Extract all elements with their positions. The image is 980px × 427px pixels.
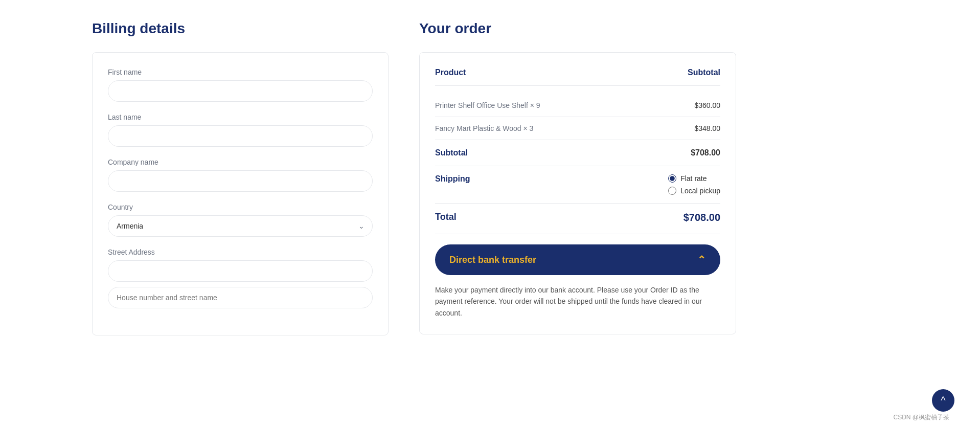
shipping-row: Shipping Flat rate Local pickup [435,166,720,204]
direct-bank-transfer-button[interactable]: Direct bank transfer ⌃ [435,244,720,275]
subtotal-row: Subtotal $708.00 [435,140,720,166]
flat-rate-label: Flat rate [680,174,706,183]
subtotal-column-header: Subtotal [688,68,720,77]
company-name-group: Company name [108,158,373,192]
company-name-label: Company name [108,158,373,166]
chevron-up-icon: ⌃ [697,254,706,266]
street-address-label: Street Address [108,248,373,256]
street-address-input[interactable] [108,260,373,282]
subtotal-label: Subtotal [435,148,468,158]
order-section: Your order Product Subtotal Printer Shel… [419,20,736,407]
country-select-wrapper: Armenia United States United Kingdom Aus… [108,215,373,237]
total-label: Total [435,212,457,223]
billing-title: Billing details [92,20,389,37]
country-select[interactable]: Armenia United States United Kingdom Aus… [108,215,373,237]
scroll-to-top-button[interactable]: ^ [932,389,954,412]
first-name-input[interactable] [108,80,373,102]
total-row: Total $708.00 [435,204,720,234]
local-pickup-radio[interactable] [668,187,676,195]
payment-description: Make your payment directly into our bank… [435,284,720,319]
last-name-input[interactable] [108,125,373,147]
total-value: $708.00 [683,212,720,223]
street-address-group: Street Address [108,248,373,308]
first-name-label: First name [108,68,373,76]
country-label: Country [108,203,373,211]
first-name-group: First name [108,68,373,102]
shipping-label: Shipping [435,174,470,184]
watermark: CSDN @枫蜜柚子茶 [893,413,949,422]
local-pickup-option[interactable]: Local pickup [668,187,720,195]
table-row: Printer Shelf Office Use Shelf × 9 $360.… [435,94,720,117]
shipping-options: Flat rate Local pickup [668,174,720,195]
flat-rate-option[interactable]: Flat rate [668,174,720,183]
order-card: Product Subtotal Printer Shelf Office Us… [419,52,736,334]
street-address-2-input[interactable] [108,287,373,308]
flat-rate-radio[interactable] [668,174,676,183]
last-name-group: Last name [108,113,373,147]
billing-section: Billing details First name Last name Com… [92,20,389,407]
billing-form-card: First name Last name Company name Countr… [92,52,389,335]
order-header-row: Product Subtotal [435,68,720,86]
company-name-input[interactable] [108,170,373,192]
item-name: Fancy Mart Plastic & Wood × 3 [435,124,533,132]
item-price: $360.00 [694,101,720,109]
order-title: Your order [419,20,736,37]
payment-button-label: Direct bank transfer [449,255,536,265]
table-row: Fancy Mart Plastic & Wood × 3 $348.00 [435,117,720,140]
country-group: Country Armenia United States United Kin… [108,203,373,237]
item-name: Printer Shelf Office Use Shelf × 9 [435,101,540,109]
arrow-up-icon: ^ [941,395,945,407]
local-pickup-label: Local pickup [680,187,720,195]
subtotal-value: $708.00 [691,148,720,158]
product-column-header: Product [435,68,466,77]
item-price: $348.00 [694,124,720,132]
last-name-label: Last name [108,113,373,121]
